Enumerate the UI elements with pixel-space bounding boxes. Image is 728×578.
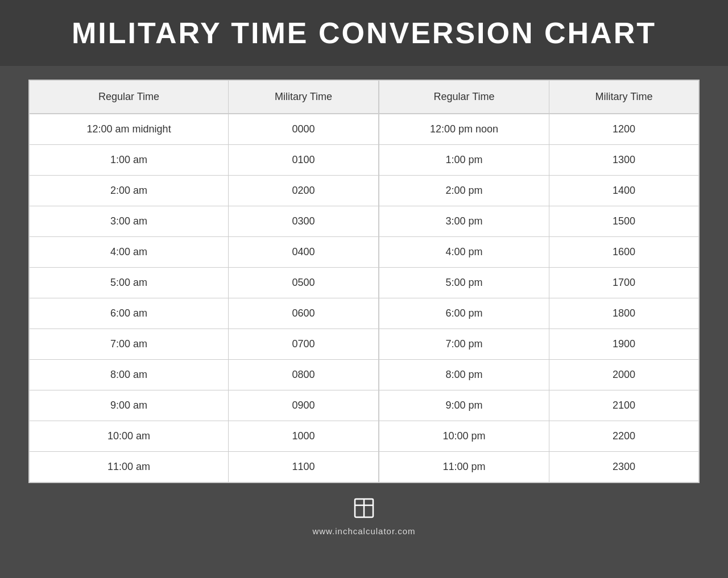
table-cell: 8:00 am	[30, 360, 229, 390]
col-header-regular-time-2: Regular Time	[379, 81, 549, 114]
table-row: 2:00 am02002:00 pm1400	[30, 176, 698, 206]
table-row: 8:00 am08008:00 pm2000	[30, 360, 698, 390]
table-cell: 4:00 am	[30, 237, 229, 268]
table-cell: 1400	[549, 176, 698, 206]
table-cell: 1:00 pm	[379, 145, 549, 176]
table-cell: 0200	[229, 176, 379, 206]
table-cell: 1:00 am	[30, 145, 229, 176]
table-cell: 2:00 am	[30, 176, 229, 206]
table-cell: 0100	[229, 145, 379, 176]
table-cell: 1500	[549, 206, 698, 237]
table-cell: 0700	[229, 329, 379, 360]
conversion-table: Regular Time Military Time Regular Time …	[30, 81, 698, 482]
col-header-regular-time-1: Regular Time	[30, 81, 229, 114]
table-cell: 0900	[229, 390, 379, 421]
table-row: 7:00 am07007:00 pm1900	[30, 329, 698, 360]
table-cell: 5:00 pm	[379, 268, 549, 298]
table-cell: 8:00 pm	[379, 360, 549, 390]
col-header-military-time-2: Military Time	[549, 81, 698, 114]
table-row: 12:00 am midnight000012:00 pm noon1200	[30, 114, 698, 145]
table-cell: 2300	[549, 452, 698, 483]
table-cell: 1300	[549, 145, 698, 176]
table-cell: 9:00 pm	[379, 390, 549, 421]
table-cell: 7:00 pm	[379, 329, 549, 360]
table-row: 4:00 am04004:00 pm1600	[30, 237, 698, 268]
table-cell: 10:00 am	[30, 421, 229, 452]
table-cell: 0400	[229, 237, 379, 268]
table-cell: 0500	[229, 268, 379, 298]
table-cell: 1600	[549, 237, 698, 268]
table-cell: 1100	[229, 452, 379, 483]
table-cell: 10:00 pm	[379, 421, 549, 452]
table-cell: 12:00 pm noon	[379, 114, 549, 145]
table-row: 1:00 am01001:00 pm1300	[30, 145, 698, 176]
table-cell: 11:00 pm	[379, 452, 549, 483]
table-cell: 7:00 am	[30, 329, 229, 360]
table-cell: 3:00 am	[30, 206, 229, 237]
table-cell: 2000	[549, 360, 698, 390]
table-cell: 0600	[229, 298, 379, 329]
table-cell: 0300	[229, 206, 379, 237]
table-row: 3:00 am03003:00 pm1500	[30, 206, 698, 237]
calculator-icon	[353, 497, 375, 523]
table-row: 5:00 am05005:00 pm1700	[30, 268, 698, 298]
table-row: 9:00 am09009:00 pm2100	[30, 390, 698, 421]
table-row: 6:00 am06006:00 pm1800	[30, 298, 698, 329]
table-cell: 2100	[549, 390, 698, 421]
table-cell: 0000	[229, 114, 379, 145]
page-header: MILITARY TIME CONVERSION CHART	[0, 0, 728, 66]
table-cell: 6:00 am	[30, 298, 229, 329]
table-cell: 1900	[549, 329, 698, 360]
page-title: MILITARY TIME CONVERSION CHART	[23, 16, 705, 50]
table-row: 10:00 am100010:00 pm2200	[30, 421, 698, 452]
table-cell: 9:00 am	[30, 390, 229, 421]
table-cell: 1200	[549, 114, 698, 145]
table-cell: 2:00 pm	[379, 176, 549, 206]
table-cell: 0800	[229, 360, 379, 390]
table-cell: 11:00 am	[30, 452, 229, 483]
table-cell: 5:00 am	[30, 268, 229, 298]
footer: www.inchcalculator.com	[312, 497, 415, 536]
table-row: 11:00 am110011:00 pm2300	[30, 452, 698, 483]
col-header-military-time-1: Military Time	[229, 81, 379, 114]
table-cell: 3:00 pm	[379, 206, 549, 237]
table-header-row: Regular Time Military Time Regular Time …	[30, 81, 698, 114]
table-cell: 1700	[549, 268, 698, 298]
table-cell: 12:00 am midnight	[30, 114, 229, 145]
table-cell: 4:00 pm	[379, 237, 549, 268]
conversion-table-container: Regular Time Military Time Regular Time …	[28, 80, 700, 483]
table-cell: 6:00 pm	[379, 298, 549, 329]
table-cell: 1800	[549, 298, 698, 329]
footer-url: www.inchcalculator.com	[312, 526, 415, 536]
table-cell: 1000	[229, 421, 379, 452]
table-cell: 2200	[549, 421, 698, 452]
